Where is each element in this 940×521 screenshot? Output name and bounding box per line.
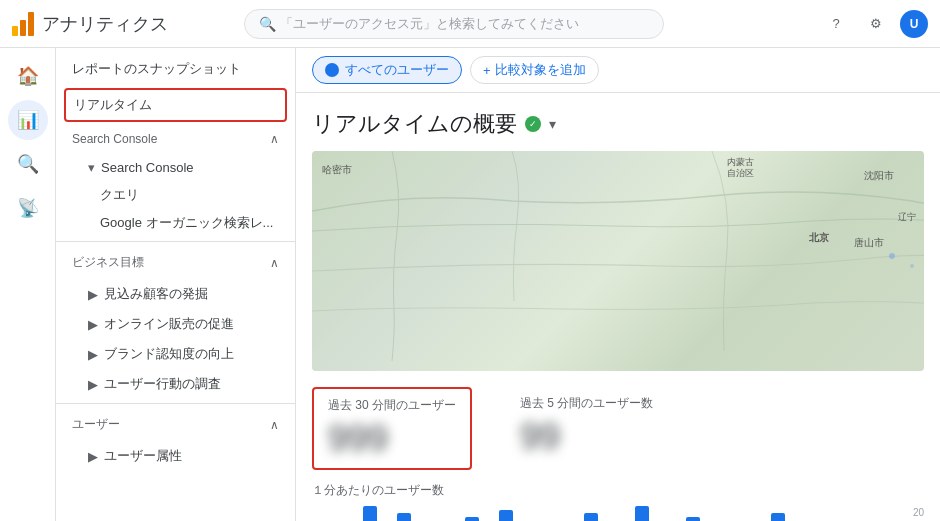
chevron-down-icon[interactable]: ▾ xyxy=(549,116,556,132)
search-console-section-label: Search Console xyxy=(72,132,157,146)
search-icon: 🔍 xyxy=(259,16,276,32)
sidebar-item-goal-3[interactable]: ▶ ブランド認知度の向上 xyxy=(56,339,295,369)
map-container: 哈密市 内蒙古自治区 沈阳市 北京 唐山市 辽宁 xyxy=(312,151,924,371)
city-label-liaoning: 辽宁 xyxy=(898,211,916,224)
app-container: アナリティクス 🔍 「ユーザーのアクセス元」と検索してみてください ? ⚙ U … xyxy=(0,0,940,521)
organic-label: Google オーガニック検索レ... xyxy=(100,215,273,230)
svg-point-0 xyxy=(889,253,895,259)
header-logo: アナリティクス xyxy=(12,12,232,36)
stats-row: 過去 30 分間のユーザー 999 過去 5 分間のユーザー数 99 xyxy=(312,387,924,470)
triangle-icon: ▾ xyxy=(88,160,95,175)
logo-bar-2 xyxy=(20,20,26,36)
app-title: アナリティクス xyxy=(42,12,168,36)
sidebar-item-query[interactable]: クエリ xyxy=(56,181,295,209)
bar-item[interactable] xyxy=(499,510,513,521)
sidebar-item-snapshot[interactable]: レポートのスナップショット xyxy=(56,52,295,86)
stat-5min-card: 過去 5 分間のユーザー数 99 xyxy=(504,387,669,470)
bar-item[interactable] xyxy=(686,517,700,521)
user-section[interactable]: ユーザー ∧ xyxy=(56,408,295,441)
segment-icon xyxy=(325,63,339,77)
settings-button[interactable]: ⚙ xyxy=(860,8,892,40)
stat-30min-value: 999 xyxy=(328,418,456,460)
stat-30min-card: 過去 30 分間のユーザー 999 xyxy=(312,387,472,470)
page-title-row: リアルタイムの概要 ▾ xyxy=(312,109,924,139)
expand-icon-5: ▶ xyxy=(88,449,98,464)
help-button[interactable]: ? xyxy=(820,8,852,40)
bar-item[interactable] xyxy=(771,513,785,521)
users-per-min-label: １分あたりのユーザー数 xyxy=(312,482,924,499)
search-bar[interactable]: 🔍 「ユーザーのアクセス元」と検索してみてください xyxy=(244,9,664,39)
search-placeholder-text: 「ユーザーのアクセス元」と検索してみてください xyxy=(280,15,579,33)
status-indicator xyxy=(525,116,541,132)
realtime-label: リアルタイム xyxy=(74,96,152,114)
expand-icon-3: ▶ xyxy=(88,347,98,362)
y-label-20: 20 xyxy=(913,507,924,518)
logo-icon xyxy=(12,12,34,36)
nav-advertising-button[interactable]: 📡 xyxy=(8,188,48,228)
map-background: 哈密市 内蒙古自治区 沈阳市 北京 唐山市 辽宁 xyxy=(312,151,924,371)
stat-30min-label: 過去 30 分間のユーザー xyxy=(328,397,456,414)
business-goals-label: ビジネス目標 xyxy=(72,254,144,271)
query-label: クエリ xyxy=(100,187,139,202)
city-label-beijing: 北京 xyxy=(809,231,829,245)
chart-y-axis: 20 10 xyxy=(913,507,924,521)
goal-3-label: ブランド認知度の向上 xyxy=(104,345,234,363)
search-console-section[interactable]: Search Console ∧ xyxy=(56,124,295,154)
business-goals-section[interactable]: ビジネス目標 ∧ xyxy=(56,246,295,279)
sidebar-item-organic[interactable]: Google オーガニック検索レ... xyxy=(56,209,295,237)
user-section-label: ユーザー xyxy=(72,416,120,433)
nav-realtime-button[interactable]: 📊 xyxy=(8,100,48,140)
main-layout: 🏠 📊 🔍 📡 レポートのスナップショット リアルタイム Search Cons… xyxy=(0,48,940,521)
snapshot-label: レポートのスナップショット xyxy=(72,60,241,78)
sidebar-item-goal-4[interactable]: ▶ ユーザー行動の調査 xyxy=(56,369,295,399)
nav-home-button[interactable]: 🏠 xyxy=(8,56,48,96)
sidebar-item-goal-1[interactable]: ▶ 見込み顧客の発掘 xyxy=(56,279,295,309)
bar-item[interactable] xyxy=(635,506,649,521)
content-area: すべてのユーザー + 比較対象を追加 リアルタイムの概要 ▾ xyxy=(296,48,940,521)
city-label-tangshan: 唐山市 xyxy=(854,236,884,250)
bar-item[interactable] xyxy=(465,517,479,521)
bar-item[interactable] xyxy=(363,506,377,521)
toolbar: すべてのユーザー + 比較対象を追加 xyxy=(296,48,940,93)
chart-section: １分あたりのユーザー数 20 10 ularbietefineptra0biet… xyxy=(312,482,924,521)
sidebar-item-goal-2[interactable]: ▶ オンライン販売の促進 xyxy=(56,309,295,339)
city-label-shenyang: 沈阳市 xyxy=(864,169,894,183)
chart-wrapper: 20 10 xyxy=(312,507,924,521)
nav-explore-button[interactable]: 🔍 xyxy=(8,144,48,184)
logo-bar-1 xyxy=(12,26,18,36)
city-label-harbin: 哈密市 xyxy=(322,163,352,177)
left-nav: 🏠 📊 🔍 📡 xyxy=(0,48,56,521)
bar-item[interactable] xyxy=(397,513,411,521)
avatar[interactable]: U xyxy=(900,10,928,38)
search-console-sub-label: Search Console xyxy=(101,160,194,175)
svg-point-1 xyxy=(910,264,914,268)
goal-2-label: オンライン販売の促進 xyxy=(104,315,234,333)
chevron-up-icon-2: ∧ xyxy=(270,256,279,270)
goal-1-label: 見込み顧客の発掘 xyxy=(104,285,208,303)
city-label-neimengu: 内蒙古自治区 xyxy=(727,157,754,179)
bar-item[interactable] xyxy=(584,513,598,521)
expand-icon-1: ▶ xyxy=(88,287,98,302)
logo-bar-3 xyxy=(28,12,34,36)
header: アナリティクス 🔍 「ユーザーのアクセス元」と検索してみてください ? ⚙ U xyxy=(0,0,940,48)
user-attr-label: ユーザー属性 xyxy=(104,447,182,465)
all-users-label: すべてのユーザー xyxy=(345,61,449,79)
sidebar-item-user-attr[interactable]: ▶ ユーザー属性 xyxy=(56,441,295,471)
all-users-button[interactable]: すべてのユーザー xyxy=(312,56,462,84)
header-right: ? ⚙ U xyxy=(820,8,928,40)
divider-2 xyxy=(56,403,295,404)
map-svg xyxy=(312,151,924,371)
stat-5min-value: 99 xyxy=(520,416,653,458)
add-compare-button[interactable]: + 比較対象を追加 xyxy=(470,56,599,84)
chevron-up-icon: ∧ xyxy=(270,132,279,146)
goal-4-label: ユーザー行動の調査 xyxy=(104,375,221,393)
sidebar-item-realtime[interactable]: リアルタイム xyxy=(64,88,287,122)
page-content: リアルタイムの概要 ▾ xyxy=(296,93,940,521)
sidebar-item-search-console[interactable]: ▾ Search Console xyxy=(56,154,295,181)
sidebar: レポートのスナップショット リアルタイム Search Console ∧ ▾ … xyxy=(56,48,296,521)
chevron-up-icon-3: ∧ xyxy=(270,418,279,432)
page-title: リアルタイムの概要 xyxy=(312,109,517,139)
plus-icon: + xyxy=(483,63,491,78)
expand-icon-4: ▶ xyxy=(88,377,98,392)
expand-icon-2: ▶ xyxy=(88,317,98,332)
